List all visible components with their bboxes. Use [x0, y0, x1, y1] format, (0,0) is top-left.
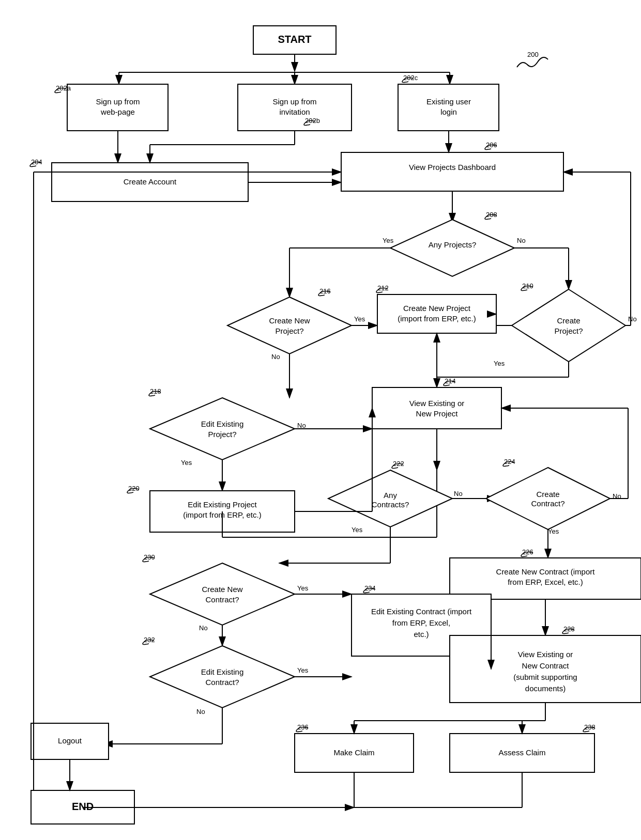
- view-projects-dashboard-node: [341, 152, 563, 191]
- svg-text:Contracts?: Contracts?: [372, 500, 409, 509]
- no-label-create-project: No: [628, 315, 637, 323]
- svg-text:New Contract: New Contract: [522, 661, 570, 670]
- create-new-project-diamond: [227, 297, 352, 354]
- svg-text:from ERP, Excel,: from ERP, Excel,: [392, 618, 450, 627]
- svg-text:Project?: Project?: [208, 430, 236, 439]
- signup-invitation-label: Sign up from: [272, 97, 316, 106]
- view-existing-new-project-label: View Existing or: [409, 399, 464, 408]
- make-claim-label: Make Claim: [333, 748, 374, 757]
- start-label: START: [278, 34, 311, 45]
- signup-webpage-label: Sign up from: [96, 97, 140, 106]
- create-new-contract-main-label: Create New Contract (import: [496, 567, 596, 576]
- svg-text:Contract?: Contract?: [205, 678, 239, 687]
- svg-text:(submit supporting: (submit supporting: [513, 673, 577, 681]
- edit-existing-contract-diamond: [150, 646, 295, 708]
- svg-text:Contract?: Contract?: [205, 595, 239, 604]
- yes-label-edit-existing-project: Yes: [181, 459, 192, 466]
- edit-existing-project-diamond: [150, 398, 295, 460]
- svg-text:Project?: Project?: [554, 326, 583, 335]
- svg-text:documents): documents): [525, 684, 566, 693]
- yes-label-create-new-project: Yes: [354, 315, 365, 323]
- yes-label-create-contract: Yes: [548, 527, 559, 535]
- svg-text:web-page: web-page: [100, 107, 135, 116]
- create-project-q-label: Create: [557, 316, 580, 325]
- no-label-edit-existing-project: No: [297, 422, 306, 429]
- create-new-contract-diamond: [150, 563, 295, 625]
- view-projects-dashboard-label: View Projects Dashboard: [409, 163, 496, 172]
- svg-text:from ERP, Excel, etc.): from ERP, Excel, etc.): [508, 578, 583, 586]
- assess-claim-label: Assess Claim: [499, 748, 546, 757]
- yes-label-any-contracts: Yes: [352, 526, 363, 534]
- edit-existing-project-q-label: Edit Existing: [201, 419, 244, 428]
- end-label: END: [72, 801, 94, 812]
- create-account-label: Create Account: [124, 177, 177, 186]
- any-contracts-label: Any: [384, 491, 397, 500]
- create-contract-q-label: Create: [536, 490, 559, 499]
- edit-existing-contract-label: Edit Existing Contract (import: [371, 607, 472, 616]
- edit-existing-project-label: Edit Existing Project: [188, 500, 257, 509]
- create-new-project-q-label: Create New: [269, 316, 310, 325]
- yes-label-any-projects: Yes: [383, 237, 394, 244]
- yes-label-create-project: Yes: [494, 360, 505, 367]
- view-existing-new-contract-label: View Existing or: [518, 650, 573, 659]
- no-label-any-projects: No: [517, 237, 526, 244]
- svg-text:Contract?: Contract?: [531, 499, 564, 508]
- no-label-create-new-contract: No: [199, 624, 208, 632]
- yes-label-create-new-contract: Yes: [297, 584, 309, 592]
- svg-text:New Project: New Project: [416, 409, 459, 418]
- svg-text:invitation: invitation: [279, 107, 310, 116]
- no-label-any-contracts: No: [454, 490, 463, 497]
- flowchart-diagram: START Sign up from web-page Sign up from…: [0, 0, 641, 840]
- ref-200: 200: [527, 51, 539, 58]
- svg-text:Project?: Project?: [275, 326, 303, 335]
- no-label-create-new-project: No: [271, 353, 280, 361]
- edit-existing-contract-q-label: Edit Existing: [201, 667, 244, 676]
- create-new-contract-q-label: Create New: [202, 585, 242, 594]
- yes-label-edit-existing-contract: Yes: [297, 666, 309, 674]
- svg-text:(import from ERP, etc.): (import from ERP, etc.): [398, 314, 476, 323]
- logout-label: Logout: [58, 736, 82, 745]
- no-label-edit-existing-contract: No: [196, 708, 205, 715]
- any-projects-label: Any Projects?: [429, 240, 477, 249]
- existing-user-login-label: Existing user: [426, 97, 471, 106]
- svg-text:login: login: [440, 107, 457, 116]
- create-project-diamond: [512, 289, 625, 362]
- svg-text:etc.): etc.): [414, 630, 429, 639]
- create-new-project-label: Create New Project: [403, 304, 471, 313]
- view-existing-new-project-node: [372, 387, 501, 429]
